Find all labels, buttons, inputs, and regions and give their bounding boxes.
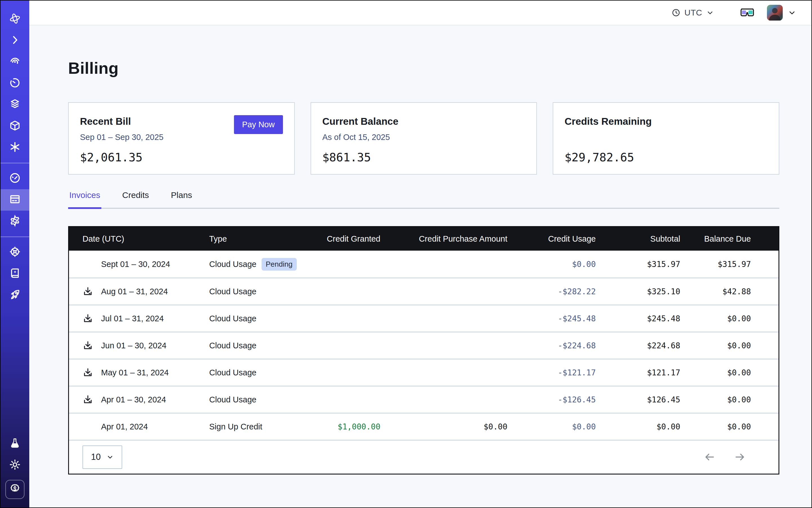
subtotal-value: $0.00: [596, 422, 680, 431]
sidebar-item-rocket[interactable]: [1, 285, 29, 306]
page-size-select[interactable]: 10: [83, 446, 122, 469]
sidebar-item-credits[interactable]: [5, 480, 25, 499]
table-header: Date (UTC) Type Credit Granted Credit Pu…: [69, 227, 778, 251]
3d-glasses-toggle[interactable]: [740, 8, 755, 18]
card-subtitle: As of Oct 15, 2025: [323, 133, 525, 143]
invoice-row: Sept 01 – 30, 2024 Cloud Usage Pending $…: [69, 251, 778, 278]
credit-usage-value: -$224.68: [507, 341, 596, 350]
credit-usage-value: -$121.17: [507, 368, 596, 377]
invoice-type: Cloud Usage: [209, 287, 256, 296]
credit-usage-value: $0.00: [507, 422, 596, 431]
download-invoice-button[interactable]: [83, 286, 101, 297]
sidebar-item-cube[interactable]: [1, 116, 29, 137]
download-invoice-button[interactable]: [83, 394, 101, 405]
invoice-type-cell: Cloud Usage: [209, 314, 324, 323]
user-menu-chevron[interactable]: [788, 8, 796, 17]
timezone-label: UTC: [684, 8, 702, 17]
balance-due-value: $0.00: [680, 368, 751, 377]
sidebar-divider: [1, 237, 29, 237]
invoice-type: Cloud Usage: [209, 314, 256, 323]
column-header-credit-granted: Credit Granted: [324, 234, 380, 244]
column-header-date: Date (UTC): [83, 234, 209, 244]
subtotal-value: $121.17: [596, 368, 680, 377]
timezone-selector[interactable]: UTC: [672, 8, 714, 17]
subtotal-value: $315.97: [596, 260, 680, 269]
invoice-type-cell: Cloud Usage Pending: [209, 258, 324, 270]
subtotal-value: $224.68: [596, 341, 680, 350]
main-area: UTC: [29, 1, 811, 507]
invoice-date-cell: Jun 01 – 30, 2024: [83, 340, 209, 351]
subtotal-value: $245.48: [596, 314, 680, 323]
download-invoice-button[interactable]: [83, 367, 101, 378]
card-title: Credits Remaining: [564, 116, 768, 127]
invoice-date: Jun 01 – 30, 2024: [101, 341, 166, 350]
column-header-credit-usage: Credit Usage: [507, 234, 596, 244]
credit-usage-value: $0.00: [507, 260, 596, 269]
content: Billing Recent Bill Sep 01 – Sep 30, 202…: [29, 25, 811, 507]
download-invoice-button: [83, 259, 101, 269]
invoice-date: Jul 01 – 31, 2024: [101, 314, 164, 323]
invoices-table: Date (UTC) Type Credit Granted Credit Pu…: [68, 226, 779, 474]
column-header-balance-due: Balance Due: [680, 234, 751, 244]
tab-invoices[interactable]: Invoices: [68, 190, 101, 209]
invoice-date: May 01 – 31, 2024: [101, 368, 169, 377]
timer-icon: [9, 77, 21, 90]
balance-due-value: $0.00: [680, 314, 751, 323]
card-amount: $29,782.65: [564, 151, 768, 164]
download-invoice-button[interactable]: [83, 340, 101, 351]
sidebar-item-docs[interactable]: [1, 263, 29, 285]
credit-granted-value: $1,000.00: [324, 422, 380, 431]
tab-credits[interactable]: Credits: [121, 190, 150, 208]
invoice-date: Aug 01 – 31, 2024: [101, 287, 168, 296]
next-page-button[interactable]: [733, 451, 746, 463]
sidebar-item-helm[interactable]: [1, 242, 29, 263]
invoice-type-cell: Cloud Usage: [209, 395, 324, 405]
invoice-type: Cloud Usage: [209, 341, 256, 350]
sidebar-item-asterisk[interactable]: [1, 137, 29, 158]
sidebar-divider: [1, 163, 29, 163]
status-badge: Pending: [262, 258, 297, 270]
invoice-type: Cloud Usage: [209, 395, 256, 405]
pager-arrows: [703, 451, 746, 463]
billing-icon: [9, 193, 21, 207]
sidebar-item-billing[interactable]: [1, 189, 29, 211]
column-header-subtotal: Subtotal: [596, 234, 680, 244]
app-logo[interactable]: [1, 8, 29, 30]
sidebar-item-layers[interactable]: [1, 94, 29, 116]
invoice-date-cell: Aug 01 – 31, 2024: [83, 286, 209, 297]
current-balance-card: Current Balance As of Oct 15, 2025 $861.…: [310, 102, 537, 175]
invoice-date-cell: Sept 01 – 30, 2024: [83, 259, 209, 269]
subtotal-value: $126.45: [596, 395, 680, 405]
invoice-date-cell: Apr 01, 2024: [83, 421, 209, 432]
sidebar-item-labs[interactable]: [1, 433, 29, 455]
balance-due-value: $42.88: [680, 287, 751, 296]
download-invoice-button[interactable]: [83, 313, 101, 324]
credit-purchase-value: $0.00: [380, 422, 507, 431]
chevron-down-icon: [706, 9, 714, 16]
orbit-logo-icon: [9, 12, 21, 26]
sidebar-item-theme[interactable]: [1, 455, 29, 476]
user-avatar[interactable]: [767, 5, 783, 20]
card-title: Current Balance: [323, 116, 525, 127]
invoice-type-cell: Cloud Usage: [209, 341, 324, 350]
sidebar-item-timer[interactable]: [1, 73, 29, 94]
sidebar-item-observe[interactable]: [1, 51, 29, 73]
invoice-date: Sept 01 – 30, 2024: [101, 260, 170, 269]
pay-now-button[interactable]: Pay Now: [234, 115, 283, 134]
credit-usage-value: -$282.22: [507, 287, 596, 296]
sidebar-item-usage[interactable]: [1, 168, 29, 189]
invoice-type-cell: Sign Up Credit: [209, 422, 324, 431]
previous-page-button[interactable]: [703, 451, 716, 463]
tab-plans[interactable]: Plans: [170, 190, 193, 208]
sidebar-expand[interactable]: [1, 30, 29, 51]
table-body: Sept 01 – 30, 2024 Cloud Usage Pending $…: [69, 251, 778, 440]
cube-icon: [9, 119, 21, 133]
asterisk-icon: [9, 141, 21, 154]
topbar: UTC: [29, 1, 811, 25]
sidebar-item-settings[interactable]: [1, 211, 29, 232]
flask-icon: [9, 437, 21, 451]
page-title: Billing: [68, 58, 779, 77]
book-sparkle-icon: [9, 267, 21, 281]
chevron-right-icon: [9, 34, 21, 47]
summary-cards: Recent Bill Sep 01 – Sep 30, 2025 $2,061…: [68, 102, 779, 175]
